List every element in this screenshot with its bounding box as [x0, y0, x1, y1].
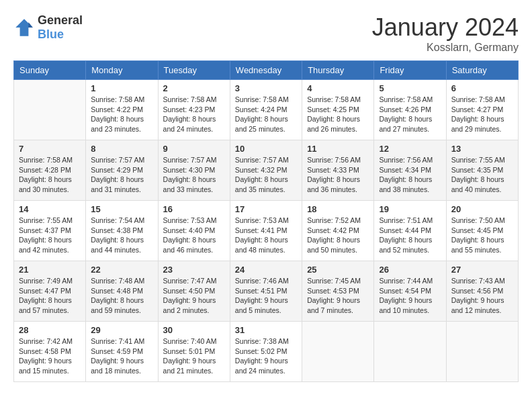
day-info: Sunrise: 7:43 AMSunset: 4:56 PMDaylight:…: [451, 276, 513, 316]
month-year: January 2024: [372, 13, 519, 42]
calendar-week-row: 7Sunrise: 7:58 AMSunset: 4:28 PMDaylight…: [14, 140, 519, 201]
day-info: Sunrise: 7:49 AMSunset: 4:47 PMDaylight:…: [19, 276, 81, 316]
calendar-cell: 27Sunrise: 7:43 AMSunset: 4:56 PMDayligh…: [446, 261, 518, 322]
calendar-cell: 17Sunrise: 7:53 AMSunset: 4:41 PMDayligh…: [230, 201, 302, 261]
day-number: 31: [235, 325, 297, 335]
logo-text-general: General: [38, 13, 83, 27]
day-info: Sunrise: 7:50 AMSunset: 4:45 PMDaylight:…: [451, 216, 513, 255]
calendar-cell: 6Sunrise: 7:58 AMSunset: 4:27 PMDaylight…: [446, 80, 518, 140]
day-number: 6: [451, 83, 513, 93]
day-number: 16: [163, 204, 225, 214]
day-number: 25: [307, 265, 369, 275]
day-number: 28: [19, 325, 81, 335]
day-number: 2: [163, 83, 225, 93]
calendar-cell: 30Sunrise: 7:40 AMSunset: 5:01 PMDayligh…: [158, 322, 230, 382]
day-info: Sunrise: 7:58 AMSunset: 4:25 PMDaylight:…: [307, 95, 369, 134]
day-info: Sunrise: 7:46 AMSunset: 4:51 PMDaylight:…: [235, 276, 297, 316]
day-number: 12: [379, 144, 441, 154]
col-header-tuesday: Tuesday: [158, 61, 230, 80]
day-number: 22: [91, 265, 152, 275]
day-info: Sunrise: 7:48 AMSunset: 4:48 PMDaylight:…: [91, 276, 152, 316]
calendar-cell: 26Sunrise: 7:44 AMSunset: 4:54 PMDayligh…: [374, 261, 446, 322]
day-number: 26: [379, 265, 441, 275]
day-number: 19: [379, 204, 441, 214]
day-info: Sunrise: 7:47 AMSunset: 4:50 PMDaylight:…: [163, 276, 225, 316]
day-info: Sunrise: 7:58 AMSunset: 4:24 PMDaylight:…: [235, 95, 297, 134]
calendar-cell: 19Sunrise: 7:51 AMSunset: 4:44 PMDayligh…: [374, 201, 446, 261]
day-info: Sunrise: 7:55 AMSunset: 4:35 PMDaylight:…: [451, 155, 513, 195]
calendar-cell: 3Sunrise: 7:58 AMSunset: 4:24 PMDaylight…: [230, 80, 302, 140]
day-info: Sunrise: 7:57 AMSunset: 4:32 PMDaylight:…: [235, 155, 297, 195]
calendar-cell: 25Sunrise: 7:45 AMSunset: 4:53 PMDayligh…: [302, 261, 374, 322]
day-info: Sunrise: 7:54 AMSunset: 4:38 PMDaylight:…: [91, 216, 152, 255]
logo: General Blue: [13, 13, 83, 42]
calendar-cell: 1Sunrise: 7:58 AMSunset: 4:22 PMDaylight…: [86, 80, 158, 140]
day-info: Sunrise: 7:53 AMSunset: 4:40 PMDaylight:…: [163, 216, 225, 255]
logo-text-blue: Blue: [38, 28, 64, 41]
day-info: Sunrise: 7:57 AMSunset: 4:30 PMDaylight:…: [163, 155, 225, 195]
calendar-cell: 24Sunrise: 7:46 AMSunset: 4:51 PMDayligh…: [230, 261, 302, 322]
col-header-wednesday: Wednesday: [230, 61, 302, 80]
day-number: 1: [91, 83, 152, 93]
day-info: Sunrise: 7:58 AMSunset: 4:26 PMDaylight:…: [379, 95, 441, 134]
calendar-cell: 18Sunrise: 7:52 AMSunset: 4:42 PMDayligh…: [302, 201, 374, 261]
calendar-cell: 12Sunrise: 7:56 AMSunset: 4:34 PMDayligh…: [374, 140, 446, 201]
page-header: General Blue January 2024 Kosslarn, Germ…: [13, 13, 519, 54]
day-number: 24: [235, 265, 297, 275]
calendar-week-row: 21Sunrise: 7:49 AMSunset: 4:47 PMDayligh…: [14, 261, 519, 322]
calendar-cell: 16Sunrise: 7:53 AMSunset: 4:40 PMDayligh…: [158, 201, 230, 261]
day-info: Sunrise: 7:58 AMSunset: 4:28 PMDaylight:…: [19, 155, 81, 195]
day-number: 17: [235, 204, 297, 214]
day-number: 3: [235, 83, 297, 93]
title-block: January 2024 Kosslarn, Germany: [372, 13, 519, 54]
calendar-cell: 20Sunrise: 7:50 AMSunset: 4:45 PMDayligh…: [446, 201, 518, 261]
day-number: 13: [451, 144, 513, 154]
calendar-table: SundayMondayTuesdayWednesdayThursdayFrid…: [13, 60, 519, 382]
calendar-cell: 7Sunrise: 7:58 AMSunset: 4:28 PMDaylight…: [14, 140, 86, 201]
calendar-cell: [302, 322, 374, 382]
col-header-saturday: Saturday: [446, 61, 518, 80]
calendar-cell: 23Sunrise: 7:47 AMSunset: 4:50 PMDayligh…: [158, 261, 230, 322]
day-info: Sunrise: 7:56 AMSunset: 4:33 PMDaylight:…: [307, 155, 369, 195]
day-number: 18: [307, 204, 369, 214]
day-number: 14: [19, 204, 81, 214]
col-header-thursday: Thursday: [302, 61, 374, 80]
calendar-week-row: 1Sunrise: 7:58 AMSunset: 4:22 PMDaylight…: [14, 80, 519, 140]
calendar-cell: 14Sunrise: 7:55 AMSunset: 4:37 PMDayligh…: [14, 201, 86, 261]
calendar-cell: 11Sunrise: 7:56 AMSunset: 4:33 PMDayligh…: [302, 140, 374, 201]
day-info: Sunrise: 7:38 AMSunset: 5:02 PMDaylight:…: [235, 336, 297, 376]
day-number: 4: [307, 83, 369, 93]
day-number: 15: [91, 204, 152, 214]
day-number: 8: [91, 144, 152, 154]
calendar-header-row: SundayMondayTuesdayWednesdayThursdayFrid…: [14, 61, 519, 80]
day-info: Sunrise: 7:58 AMSunset: 4:22 PMDaylight:…: [91, 95, 152, 134]
calendar-cell: 21Sunrise: 7:49 AMSunset: 4:47 PMDayligh…: [14, 261, 86, 322]
calendar-cell: 31Sunrise: 7:38 AMSunset: 5:02 PMDayligh…: [230, 322, 302, 382]
day-number: 11: [307, 144, 369, 154]
svg-marker-1: [28, 22, 32, 28]
calendar-cell: 13Sunrise: 7:55 AMSunset: 4:35 PMDayligh…: [446, 140, 518, 201]
location: Kosslarn, Germany: [372, 42, 519, 54]
day-number: 5: [379, 83, 441, 93]
calendar-cell: 28Sunrise: 7:42 AMSunset: 4:58 PMDayligh…: [14, 322, 86, 382]
day-info: Sunrise: 7:57 AMSunset: 4:29 PMDaylight:…: [91, 155, 152, 195]
col-header-monday: Monday: [86, 61, 158, 80]
day-number: 20: [451, 204, 513, 214]
col-header-sunday: Sunday: [14, 61, 86, 80]
day-info: Sunrise: 7:56 AMSunset: 4:34 PMDaylight:…: [379, 155, 441, 195]
day-info: Sunrise: 7:45 AMSunset: 4:53 PMDaylight:…: [307, 276, 369, 316]
day-number: 27: [451, 265, 513, 275]
day-info: Sunrise: 7:44 AMSunset: 4:54 PMDaylight:…: [379, 276, 441, 316]
day-number: 30: [163, 325, 225, 335]
calendar-cell: 29Sunrise: 7:41 AMSunset: 4:59 PMDayligh…: [86, 322, 158, 382]
day-info: Sunrise: 7:58 AMSunset: 4:27 PMDaylight:…: [451, 95, 513, 134]
logo-icon: [13, 17, 35, 38]
day-number: 23: [163, 265, 225, 275]
day-info: Sunrise: 7:52 AMSunset: 4:42 PMDaylight:…: [307, 216, 369, 255]
day-info: Sunrise: 7:40 AMSunset: 5:01 PMDaylight:…: [163, 336, 225, 376]
calendar-cell: [374, 322, 446, 382]
calendar-cell: [446, 322, 518, 382]
calendar-cell: 4Sunrise: 7:58 AMSunset: 4:25 PMDaylight…: [302, 80, 374, 140]
calendar-week-row: 28Sunrise: 7:42 AMSunset: 4:58 PMDayligh…: [14, 322, 519, 382]
day-number: 9: [163, 144, 225, 154]
